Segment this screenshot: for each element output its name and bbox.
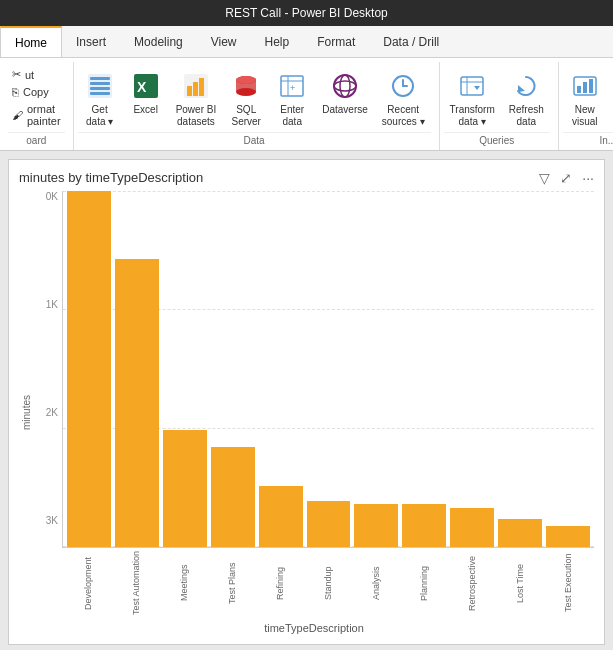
get-data-label: Getdata ▾ [86, 104, 113, 128]
y-tick-2k: 2K [34, 407, 58, 418]
svg-point-14 [236, 76, 256, 84]
filter-icon-button[interactable]: ▽ [537, 168, 552, 188]
ribbon: Home Insert Modeling View Help Format Da… [0, 26, 613, 151]
x-label-7: Planning [402, 548, 446, 618]
x-label-4: Refining [258, 548, 302, 618]
excel-button[interactable]: X Excel [124, 66, 168, 120]
sql-server-button[interactable]: SQLServer [224, 66, 268, 132]
main-content: minutes by timeTypeDescription ▽ ⤢ ··· m… [0, 151, 613, 650]
tab-datadrill[interactable]: Data / Drill [369, 26, 453, 57]
x-label-0: Development [66, 548, 110, 618]
y-tick-1k: 1K [34, 299, 58, 310]
enter-data-label: Enterdata [280, 104, 304, 128]
svg-rect-8 [187, 86, 192, 96]
x-label-3: Test Plans [210, 548, 254, 618]
svg-rect-9 [193, 82, 198, 96]
powerbi-datasets-label: Power BIdatasets [176, 104, 217, 128]
bar-standup[interactable] [307, 501, 351, 547]
bar-wrapper-6 [354, 191, 398, 547]
insert-group-label: In... [563, 132, 613, 150]
x-label-1: Test Automation [114, 548, 158, 618]
bar-test-execution[interactable] [546, 526, 590, 547]
data-group: Getdata ▾ X Excel [74, 62, 440, 150]
chart-area: minutes 3K 2K 1K 0K [19, 191, 594, 634]
bar-analysis[interactable] [354, 504, 398, 547]
x-label-5: Standup [306, 548, 350, 618]
insert-buttons: Newvisual T Te... [563, 62, 613, 132]
svg-text:+: + [290, 83, 295, 93]
refresh-label: Refreshdata [509, 104, 544, 128]
svg-rect-1 [90, 77, 110, 80]
format-painter-icon: 🖌 [12, 109, 23, 121]
clipboard-group: ✂ut ⎘Copy 🖌ormat painter oard [4, 62, 74, 150]
dataverse-button[interactable]: Dataverse [316, 66, 374, 120]
bar-planning[interactable] [402, 504, 446, 547]
svg-text:X: X [137, 79, 147, 95]
svg-point-19 [334, 75, 356, 97]
bar-wrapper-7 [402, 191, 446, 547]
more-options-button[interactable]: ··· [580, 168, 596, 188]
get-data-button[interactable]: Getdata ▾ [78, 66, 122, 132]
chart-panel: minutes by timeTypeDescription ▽ ⤢ ··· m… [8, 159, 605, 645]
svg-rect-4 [90, 92, 110, 95]
bars-and-yaxis: 3K 2K 1K 0K [34, 191, 594, 548]
new-visual-button[interactable]: Newvisual [563, 66, 607, 132]
x-axis-label: timeTypeDescription [34, 622, 594, 634]
bar-retrospective[interactable] [450, 508, 494, 547]
new-visual-label: Newvisual [572, 104, 598, 128]
copy-button[interactable]: ⎘Copy [8, 84, 65, 100]
bar-test-plans[interactable] [211, 447, 255, 547]
transform-data-button[interactable]: Transformdata ▾ [444, 66, 501, 132]
bar-lost-time[interactable] [498, 519, 542, 547]
bar-refining[interactable] [259, 486, 303, 547]
enter-data-button[interactable]: + Enterdata [270, 66, 314, 132]
svg-rect-2 [90, 82, 110, 85]
tab-view[interactable]: View [197, 26, 251, 57]
data-group-label: Data [78, 132, 431, 150]
tab-insert[interactable]: Insert [62, 26, 120, 57]
bar-test-automation[interactable] [115, 259, 159, 547]
powerbi-datasets-button[interactable]: Power BIdatasets [170, 66, 223, 132]
dataverse-label: Dataverse [322, 104, 368, 116]
tab-modeling[interactable]: Modeling [120, 26, 197, 57]
svg-marker-27 [518, 85, 525, 92]
recent-sources-button[interactable]: Recentsources ▾ [376, 66, 431, 132]
expand-icon-button[interactable]: ⤢ [558, 168, 574, 188]
x-label-9: Lost Time [498, 548, 542, 618]
insert-ribbon-group: Newvisual T Te... In... [559, 62, 613, 150]
bar-wrapper-1 [115, 191, 159, 547]
refresh-icon [510, 70, 542, 102]
svg-rect-30 [583, 82, 587, 93]
tab-format[interactable]: Format [303, 26, 369, 57]
recent-sources-icon [387, 70, 419, 102]
y-axis-label: minutes [19, 191, 32, 634]
y-ticks: 3K 2K 1K 0K [34, 191, 62, 548]
x-label-10: Test Execution [546, 548, 590, 618]
enter-data-icon: + [276, 70, 308, 102]
bar-wrapper-5 [307, 191, 351, 547]
title-bar: REST Call - Power BI Desktop [0, 0, 613, 26]
recent-sources-label: Recentsources ▾ [382, 104, 425, 128]
new-visual-icon [569, 70, 601, 102]
bar-wrapper-10 [546, 191, 590, 547]
tab-home[interactable]: Home [0, 26, 62, 57]
bars-container [62, 191, 594, 548]
svg-point-20 [334, 81, 356, 91]
chart-icons: ▽ ⤢ ··· [537, 168, 596, 188]
text-box-button[interactable]: T Te... [609, 66, 613, 120]
svg-rect-31 [589, 79, 593, 93]
bar-meetings[interactable] [163, 430, 207, 547]
dataverse-icon [329, 70, 361, 102]
tab-help[interactable]: Help [251, 26, 304, 57]
refresh-data-button[interactable]: Refreshdata [503, 66, 550, 132]
bar-development[interactable] [67, 191, 111, 547]
bar-wrapper-8 [450, 191, 494, 547]
svg-marker-26 [474, 86, 480, 90]
queries-buttons: Transformdata ▾ Refreshdata [444, 62, 550, 132]
x-label-6: Analysis [354, 548, 398, 618]
clipboard-label: oard [8, 132, 65, 150]
get-data-icon [84, 70, 116, 102]
cut-button[interactable]: ✂ut [8, 66, 65, 83]
format-painter-button[interactable]: 🖌ormat painter [8, 101, 65, 129]
bar-wrapper-3 [211, 191, 255, 547]
